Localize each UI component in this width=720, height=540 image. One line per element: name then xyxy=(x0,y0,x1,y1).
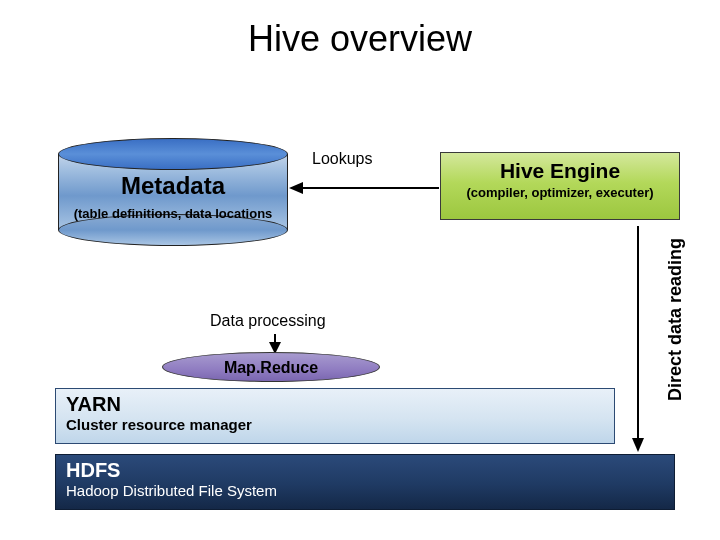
cylinder-top xyxy=(58,138,288,170)
metadata-cylinder: Metadata (table definitions, data locati… xyxy=(58,138,288,246)
hive-engine-subtitle: (compiler, optimizer, executer) xyxy=(441,185,679,200)
hdfs-box: HDFS Hadoop Distributed File System xyxy=(55,454,675,510)
svg-marker-1 xyxy=(289,182,303,194)
direct-data-reading-label: Direct data reading xyxy=(665,232,686,407)
lookups-label: Lookups xyxy=(312,150,373,168)
yarn-subtitle: Cluster resource manager xyxy=(66,416,604,433)
arrow-direct-reading xyxy=(628,226,648,454)
svg-marker-5 xyxy=(632,438,644,452)
hive-engine-box: Hive Engine (compiler, optimizer, execut… xyxy=(440,152,680,220)
metadata-title: Metadata xyxy=(58,172,288,200)
yarn-title: YARN xyxy=(66,393,604,416)
metadata-subtitle: (table definitions, data locations xyxy=(58,206,288,221)
hive-engine-title: Hive Engine xyxy=(441,153,679,183)
yarn-box: YARN Cluster resource manager xyxy=(55,388,615,444)
arrow-lookups xyxy=(287,178,442,198)
page-title: Hive overview xyxy=(0,0,720,60)
mapreduce-box: Map.Reduce xyxy=(162,352,380,382)
data-processing-label: Data processing xyxy=(210,312,326,330)
hdfs-title: HDFS xyxy=(66,459,664,482)
hdfs-subtitle: Hadoop Distributed File System xyxy=(66,482,664,499)
